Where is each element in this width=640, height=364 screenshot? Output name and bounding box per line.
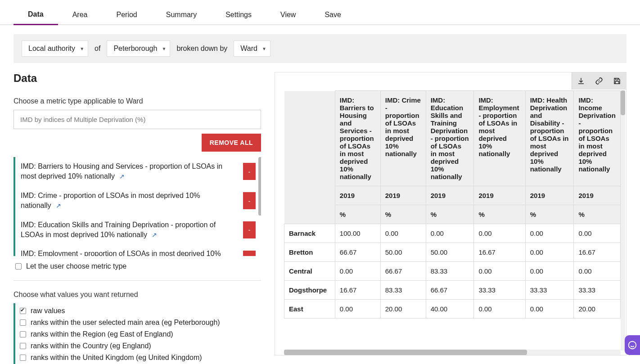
remove-metric-button[interactable]: - [243,163,256,180]
metric-item: IMD: Barriers to Housing and Services - … [15,157,261,186]
cell-value: 0.00 [574,262,621,281]
cell-value: 33.33 [574,281,621,300]
area-select-value: Peterborough [113,45,157,52]
values-hint: Choose what values you want returned [14,291,261,299]
row-name: Barnack [284,224,335,243]
unit-select[interactable]: Ward ▼ [234,40,270,57]
cell-value: 16.67 [335,281,380,300]
remove-metric-button[interactable]: - [243,251,256,256]
cell-value: 0.00 [474,224,525,243]
metric-label: IMD: Crime - proportion of LSOAs in most… [21,191,232,211]
remove-all-button[interactable]: REMOVE ALL [202,134,261,152]
chevron-down-icon: ▼ [162,46,166,51]
horizontal-scrollbar[interactable] [284,350,621,355]
metric-label: IMD: Barriers to Housing and Services - … [21,162,232,182]
value-checkbox[interactable] [20,343,26,349]
table-row: Central0.0066.6783.330.000.000.00 [284,262,621,281]
cell-value: 0.00 [525,243,574,262]
cell-value: 66.67 [335,243,380,262]
cell-value: 83.33 [380,281,426,300]
tab-view[interactable]: View [266,4,310,24]
external-link-icon[interactable]: ↗ [119,172,125,181]
values-list: raw valuesranks within the user selected… [14,303,261,364]
column-header: IMD: Education Skills and Training Depri… [426,91,474,186]
cell-value: 0.00 [335,262,380,281]
external-link-icon[interactable]: ↗ [152,231,157,240]
level-select-value: Local authority [28,45,75,52]
column-header: IMD: Employment - proportion of LSOAs in… [474,91,525,186]
feedback-widget[interactable] [625,335,640,355]
value-label: ranks within the Region (eg East of Engl… [31,330,173,338]
cell-value: 83.33 [426,262,474,281]
save-icon [613,77,621,85]
value-checkbox[interactable] [20,355,26,361]
column-year: 2019 [574,186,621,205]
tab-settings[interactable]: Settings [211,4,266,24]
value-option: ranks within the user selected main area… [20,317,261,328]
tab-save[interactable]: Save [310,4,355,24]
remove-metric-button[interactable]: - [243,192,256,209]
page-title: Data [14,72,261,85]
cell-value: 0.00 [525,300,574,319]
column-header: IMD: Barriers to Housing and Services - … [335,91,380,186]
cell-value: 16.67 [574,243,621,262]
cell-value: 50.00 [426,243,474,262]
remove-metric-button[interactable]: - [243,221,256,238]
svg-point-0 [629,342,636,349]
cell-value: 0.00 [474,262,525,281]
tab-area[interactable]: Area [58,4,102,24]
scrollbar-thumb[interactable] [258,157,261,216]
cell-value: 20.00 [574,300,621,319]
value-checkbox[interactable] [20,331,26,337]
scrollbar-thumb[interactable] [284,350,527,355]
value-label: ranks within the Country (eg England) [31,342,151,350]
table-scroll-region[interactable]: IMD: Barriers to Housing and Services - … [284,90,621,351]
value-label: raw values [31,307,65,315]
column-year: 2019 [380,186,426,205]
cell-value: 66.67 [380,262,426,281]
cell-value: 100.00 [335,224,380,243]
column-unit: % [525,205,574,224]
data-table: IMD: Barriers to Housing and Services - … [284,90,621,319]
metric-label: IMD: Employment - proportion of LSOAs in… [21,249,232,256]
cell-value: 0.00 [335,300,380,319]
level-select[interactable]: Local authority ▼ [22,40,88,57]
download-button[interactable] [572,72,590,90]
tab-summary[interactable]: Summary [152,4,211,24]
table-row: Dogsthorpe16.6783.3366.6733.3333.3333.33 [284,281,621,300]
tab-period[interactable]: Period [102,4,151,24]
row-name: Bretton [284,243,335,262]
chevron-down-icon: ▼ [262,46,266,51]
table-toolbar [572,72,626,90]
cell-value: 0.00 [380,224,426,243]
cell-value: 33.33 [525,281,574,300]
cell-value: 40.00 [426,300,474,319]
link-button[interactable] [590,72,608,90]
metric-type-input[interactable]: IMD by indices of Multiple Deprivation (… [14,110,261,129]
column-header: IMD: Health Deprivation and Disability -… [525,91,574,186]
value-checkbox[interactable] [20,308,26,314]
value-option: ranks within the Region (eg East of Engl… [20,328,261,340]
value-label: ranks within the United Kingdom (eg Unit… [31,354,202,362]
value-checkbox[interactable] [20,319,26,326]
value-option: raw values [20,305,261,317]
value-label: ranks within the user selected main area… [31,319,220,327]
save-button[interactable] [608,72,626,90]
column-year: 2019 [474,186,525,205]
vertical-scrollbar[interactable] [621,90,625,351]
chevron-down-icon: ▼ [80,46,84,51]
link-icon [595,77,603,85]
table-row: Barnack100.000.000.000.000.000.00 [284,224,621,243]
metric-list: IMD: Barriers to Housing and Services - … [14,157,261,256]
let-user-label: Let the user choose metric type [26,262,126,270]
column-unit: % [474,205,525,224]
area-select[interactable]: Peterborough ▼ [107,40,170,57]
column-unit: % [335,205,380,224]
column-header: IMD: Crime - proportion of LSOAs in most… [380,91,426,186]
cell-value: 16.67 [474,243,525,262]
external-link-icon[interactable]: ↗ [56,202,61,211]
scrollbar-thumb[interactable] [621,90,625,115]
metric-item: IMD: Education Skills and Training Depri… [15,216,261,245]
tab-data[interactable]: Data [14,4,58,25]
let-user-checkbox[interactable] [15,263,22,270]
